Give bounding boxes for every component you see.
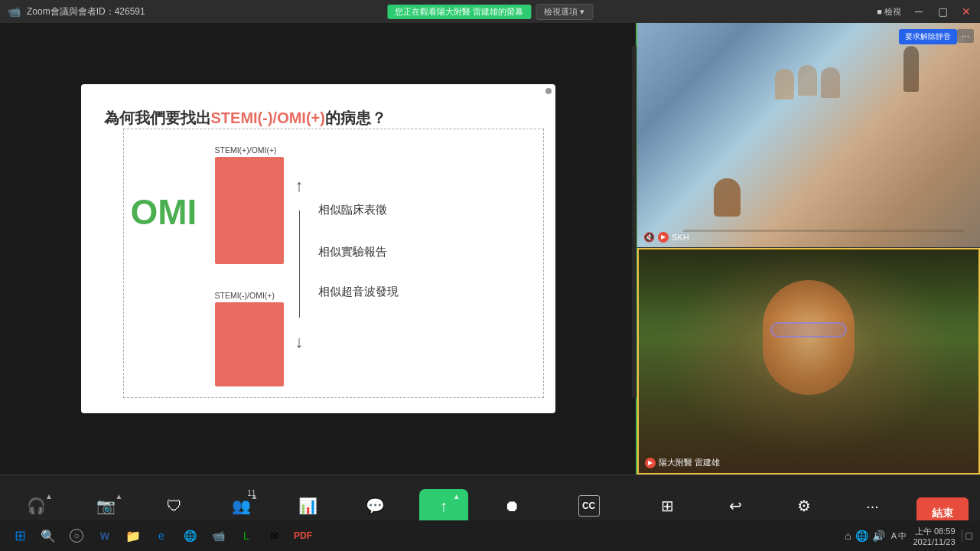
- title-bar-right: ■ 檢視 ─ ▢ ✕: [877, 5, 972, 18]
- taskbar-icon-mail[interactable]: ✉: [262, 523, 287, 548]
- inspect-label: ■ 檢視: [877, 6, 901, 18]
- taskbar-icon-word[interactable]: W: [93, 523, 117, 548]
- person3: [798, 65, 817, 96]
- speaker-icon-bottom: ▶: [645, 458, 656, 468]
- join-audio-icon: 🎧 ▲: [25, 495, 47, 517]
- window-title: Zoom會議與會者ID：426591: [27, 5, 145, 18]
- taskbar-icon-pdf[interactable]: PDF: [291, 523, 315, 548]
- chrome-icon: 🌐: [184, 530, 197, 542]
- bar-top-rect: [215, 157, 284, 264]
- taskbar-icon-line[interactable]: L: [234, 523, 259, 548]
- zoom-icon: 📹: [212, 530, 225, 542]
- request-unmute-label: 要求解除靜音: [905, 32, 951, 41]
- desk-line: [683, 230, 965, 232]
- edge-icon: e: [158, 530, 164, 542]
- video-panel-top: 台 要求解除靜音 ··· 🔇 ▶ SKH: [637, 23, 980, 248]
- minimize-button[interactable]: ─: [913, 5, 925, 18]
- network-icon[interactable]: 🌐: [855, 530, 868, 542]
- taskbar-icon-explorer[interactable]: 📁: [121, 523, 145, 548]
- start-button[interactable]: ⊞: [8, 523, 32, 548]
- text1: 相似臨床表徵: [318, 203, 387, 217]
- participants-icon: 👥 11 ▲: [230, 495, 252, 517]
- more-options-top-button[interactable]: ···: [957, 29, 974, 43]
- taskbar-icon-chrome[interactable]: 🌐: [177, 523, 202, 548]
- security-icon: 🛡: [164, 495, 185, 517]
- line-icon: L: [243, 530, 249, 542]
- reaction-icon: ↩: [725, 495, 747, 517]
- omi-label: OMI: [131, 191, 197, 233]
- speaker-icon-top: ▶: [658, 232, 669, 243]
- explorer-icon: 📁: [125, 529, 141, 543]
- slide-title: 為何我們要找出STEMI(-)/OMI(+)的病患？: [104, 107, 532, 129]
- clock: 上午 08:59 2021/11/23: [913, 526, 955, 546]
- classroom-bg: [637, 23, 980, 247]
- lang-indicator: A 中: [891, 530, 907, 542]
- person-front: [714, 178, 741, 217]
- word-icon: W: [100, 530, 109, 542]
- clock-time: 上午 08:59: [915, 526, 956, 537]
- slide-container: 為何我們要找出STEMI(-)/OMI(+)的病患？ OMI STEMI(+)/…: [81, 84, 555, 413]
- search-taskbar-icon: 🔍: [41, 529, 56, 543]
- start-icon: ⊞: [15, 527, 26, 544]
- separator-bar[interactable]: · · · ·: [632, 46, 637, 398]
- pdf-icon: PDF: [294, 530, 312, 541]
- maximize-button[interactable]: ▢: [936, 5, 949, 18]
- more-icon: ···: [861, 495, 883, 517]
- title-bar-center: 您正在觀看陽大附醫 雷建雄的螢幕 檢視選項 ▾: [387, 4, 593, 20]
- windows-taskbar: ⊞ 🔍 ○ W 📁 e 🌐 📹 L ✉ PDF: [0, 520, 980, 551]
- double-arrow: ↑ ↓: [295, 176, 304, 352]
- windows-taskbar-right: ⌂ 🌐 🔊 A 中 上午 08:59 2021/11/23 □: [845, 526, 972, 546]
- bar-top-label: STEMI(+)/OMI(+): [215, 145, 284, 155]
- taskbar-icon-search[interactable]: 🔍: [36, 523, 60, 548]
- bar-bot-rect: [215, 302, 284, 386]
- title-bar: 📹 Zoom會議與會者ID：426591 您正在觀看陽大附醫 雷建雄的螢幕 檢視…: [0, 0, 980, 23]
- bar-bot-group: STEMI(-)/OMI(+): [215, 291, 284, 386]
- title-bar-left: 📹 Zoom會議與會者ID：426591: [8, 5, 145, 18]
- text2: 相似實驗報告: [318, 245, 387, 259]
- person2: [775, 69, 794, 99]
- taskbar-icon-cortana[interactable]: ○: [64, 523, 89, 548]
- video-arrow: ▲: [116, 492, 123, 500]
- video-panel-bottom: ▶ 陽大附醫 雷建雄: [637, 248, 980, 475]
- dashed-border: [123, 129, 544, 398]
- notification-icon[interactable]: ⌂: [845, 530, 851, 542]
- participants-arrow: ▲: [250, 492, 258, 500]
- video-icon: 📷 ▲: [95, 495, 116, 517]
- corner-marker: [545, 88, 552, 94]
- bottom-participant-name: 陽大附醫 雷建雄: [659, 457, 720, 468]
- cortana-icon: ○: [70, 529, 83, 543]
- main-content: 為何我們要找出STEMI(-)/OMI(+)的病患？ OMI STEMI(+)/…: [0, 23, 980, 474]
- slide-title-prefix: 為何我們要找出: [104, 109, 211, 126]
- slide-area: 為何我們要找出STEMI(-)/OMI(+)的病患？ OMI STEMI(+)/…: [0, 23, 636, 474]
- windows-taskbar-left: ⊞ 🔍 ○ W 📁 e 🌐 📹 L ✉ PDF: [8, 523, 315, 548]
- share-screen-icon: ↑ ▲: [433, 495, 454, 517]
- room-bg: [639, 249, 978, 474]
- show-desktop-icon[interactable]: □: [962, 530, 972, 542]
- video-bg-presenter: [639, 249, 978, 474]
- taskbar-icon-zoom[interactable]: 📹: [206, 523, 230, 548]
- close-button[interactable]: ✕: [960, 5, 972, 18]
- request-unmute-button[interactable]: 要求解除靜音: [899, 29, 957, 44]
- bar-top-group: STEMI(+)/OMI(+): [215, 145, 284, 264]
- chat-icon: 💬: [364, 495, 386, 517]
- clock-date: 2021/11/23: [913, 537, 955, 546]
- taskbar-icon-edge[interactable]: e: [149, 523, 174, 548]
- top-participant-name: SKH: [672, 233, 689, 242]
- inspect-options-button[interactable]: 檢視選項 ▾: [536, 4, 593, 20]
- mute-icon: 🔇: [643, 232, 655, 243]
- volume-icon[interactable]: 🔊: [872, 530, 885, 542]
- share-arrow: ▲: [453, 492, 461, 500]
- record-icon: ⏺: [501, 495, 523, 517]
- breakout-icon: ⊞: [656, 495, 678, 517]
- text3: 相似超音波發現: [318, 285, 399, 299]
- watching-badge: 您正在觀看陽大附醫 雷建雄的螢幕: [387, 5, 531, 19]
- cc-icon: CC: [578, 495, 600, 517]
- slide-title-suffix: 的病患？: [325, 109, 386, 126]
- app-icon: 📹: [8, 5, 21, 18]
- person4: [821, 67, 840, 98]
- mail-icon: ✉: [270, 530, 279, 542]
- slide-title-highlight: STEMI(-)/OMI(+): [211, 109, 325, 126]
- join-audio-arrow: ▲: [45, 492, 53, 500]
- video-name-badge-top: 🔇 ▶ SKH: [643, 232, 689, 243]
- apps-icon: ⚙: [793, 495, 815, 517]
